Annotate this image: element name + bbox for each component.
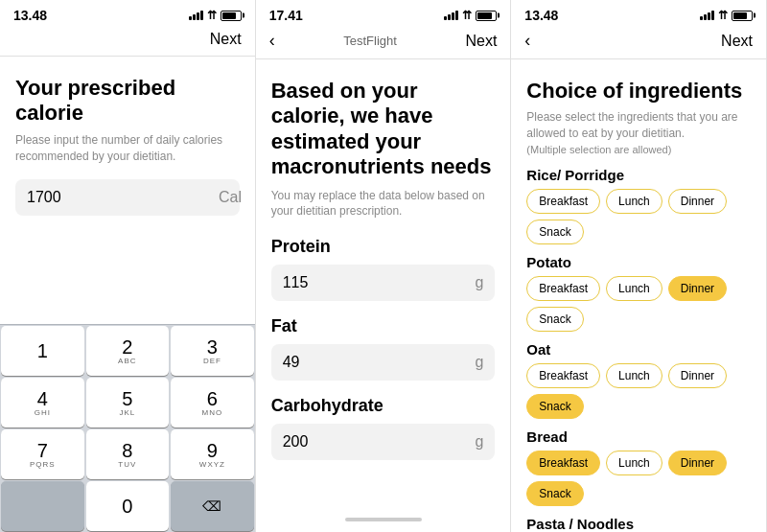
numpad-row-1: 1 2ABC 3DEF [0,325,255,377]
numpad-row-3: 7PQRS 8TUV 9WXYZ [0,428,255,480]
numpad-key-1[interactable]: 1 [1,326,84,376]
category-bread: Bread Breakfast Lunch Dinner Snack [526,428,751,506]
numpad-key-8[interactable]: 8TUV [86,429,170,479]
calorie-subtitle: Please input the number of daily calorie… [15,132,240,165]
oat-snack[interactable]: Snack [526,394,583,419]
carb-label: Carbohydrate [271,396,496,416]
status-icons-2: ⇈ [444,9,497,22]
oat-breakfast[interactable]: Breakfast [526,363,600,388]
panel-content-3: Choice of ingredients Please select the … [511,65,766,532]
numpad-key-9[interactable]: 9WXYZ [171,429,254,479]
numpad: 1 2ABC 3DEF 4GHI 5JKL 6MNO 7PQRS 8TUV 9W… [0,324,255,532]
potato-snack[interactable]: Snack [526,307,583,332]
oat-lunch[interactable]: Lunch [606,363,662,388]
ingr-title: Choice of ingredients [526,79,751,104]
protein-row[interactable]: 115 g [271,265,496,301]
calorie-title: Your prescribed calorie [15,76,240,127]
calorie-unit: Cal [219,189,242,206]
carb-row[interactable]: 200 g [271,424,496,460]
panel-ingredients: 13.48 ⇈ ‹ Next Choice of ingredients Ple… [511,0,767,532]
category-rice-label: Rice/ Porridge [526,167,751,183]
signal-icon-1 [189,11,203,20]
ingr-subtitle: Please select the ingredients that you a… [526,109,751,142]
numpad-row-4: 0 ⌫ [0,480,255,532]
numpad-key-6[interactable]: 6MNO [171,378,254,428]
category-potato-label: Potato [526,254,751,270]
protein-label: Protein [271,237,496,257]
numpad-key-backspace[interactable]: ⌫ [171,481,254,531]
category-pasta-label: Pasta / Noodles [526,516,751,532]
bread-lunch[interactable]: Lunch [606,451,662,475]
numpad-key-7[interactable]: 7PQRS [1,429,84,479]
next-button-3[interactable]: Next [721,33,753,50]
flight-label: TestFlight [343,34,397,48]
nav-bar-3: ‹ Next [511,27,766,58]
status-bar-2: 17.41 ⇈ [256,0,511,27]
numpad-row-2: 4GHI 5JKL 6MNO [0,377,255,428]
fat-value: 49 [283,354,476,371]
bread-tags: Breakfast Lunch Dinner Snack [526,451,751,506]
category-oat: Oat Breakfast Lunch Dinner Snack [526,341,751,419]
nav-divider-1 [0,56,255,57]
wifi-icon-1: ⇈ [207,9,217,22]
panel-content-2: Based on your calorie, we have estimated… [256,65,511,513]
macro-title: Based on your calorie, we have estimated… [271,79,496,180]
rice-lunch[interactable]: Lunch [606,189,662,214]
home-indicator-2 [345,518,422,521]
nav-bar-1: Next [0,27,255,56]
category-pasta: Pasta / Noodles Breakfast Lunch Dinner S… [526,516,751,532]
potato-lunch[interactable]: Lunch [606,276,662,301]
nav-divider-2 [256,58,511,59]
category-oat-label: Oat [526,341,751,358]
status-time-3: 13.48 [524,8,558,23]
numpad-key-3[interactable]: 3DEF [171,326,254,376]
numpad-key-4[interactable]: 4GHI [1,378,84,428]
fat-unit: g [475,354,483,371]
rice-snack[interactable]: Snack [526,220,583,244]
bread-snack[interactable]: Snack [526,481,583,506]
fat-row[interactable]: 49 g [271,344,496,381]
status-bar-3: 13.48 ⇈ [511,0,766,27]
macro-desc: You may replace the data below based on … [271,188,496,220]
status-time-1: 13.48 [13,8,47,23]
calorie-input-row[interactable]: Cal [15,179,240,216]
wifi-icon-3: ⇈ [718,9,728,22]
rice-breakfast[interactable]: Breakfast [526,189,600,214]
rice-tags: Breakfast Lunch Dinner Snack [526,189,751,244]
category-rice: Rice/ Porridge Breakfast Lunch Dinner Sn… [526,167,751,244]
rice-dinner[interactable]: Dinner [668,189,727,214]
calorie-input[interactable] [27,189,219,206]
oat-dinner[interactable]: Dinner [668,363,727,388]
potato-breakfast[interactable]: Breakfast [526,276,600,301]
bread-breakfast[interactable]: Breakfast [526,451,600,475]
carb-value: 200 [283,433,476,451]
signal-icon-2 [444,11,458,20]
protein-unit: g [475,274,483,291]
status-icons-1: ⇈ [189,9,242,22]
back-button-3[interactable]: ‹ [524,31,530,51]
nav-divider-3 [511,58,766,59]
panel-calorie: 13.48 ⇈ Next Your prescribed calorie Ple… [0,0,256,532]
category-bread-label: Bread [526,428,751,445]
status-bar-1: 13.48 ⇈ [0,0,255,27]
numpad-key-empty [1,481,84,531]
numpad-key-5[interactable]: 5JKL [86,378,170,428]
next-button-1[interactable]: Next [210,31,242,48]
potato-tags: Breakfast Lunch Dinner Snack [526,276,751,332]
nav-bar-2: ‹ TestFlight Next [256,27,511,58]
wifi-icon-2: ⇈ [462,9,472,22]
potato-dinner[interactable]: Dinner [668,276,727,301]
numpad-key-0[interactable]: 0 [86,481,170,531]
back-button-2[interactable]: ‹ [269,31,275,51]
ingr-note: (Multiple selection are allowed) [526,144,751,155]
protein-value: 115 [283,274,476,291]
numpad-key-2[interactable]: 2ABC [86,326,170,376]
bottom-bar-2 [256,513,511,532]
bread-dinner[interactable]: Dinner [668,451,727,475]
oat-tags: Breakfast Lunch Dinner Snack [526,363,751,419]
carb-unit: g [475,433,483,451]
panel-macro: 17.41 ⇈ ‹ TestFlight Next Based on your … [256,0,512,532]
battery-icon-3 [732,11,753,21]
next-button-2[interactable]: Next [465,33,497,50]
status-time-2: 17.41 [269,8,303,23]
